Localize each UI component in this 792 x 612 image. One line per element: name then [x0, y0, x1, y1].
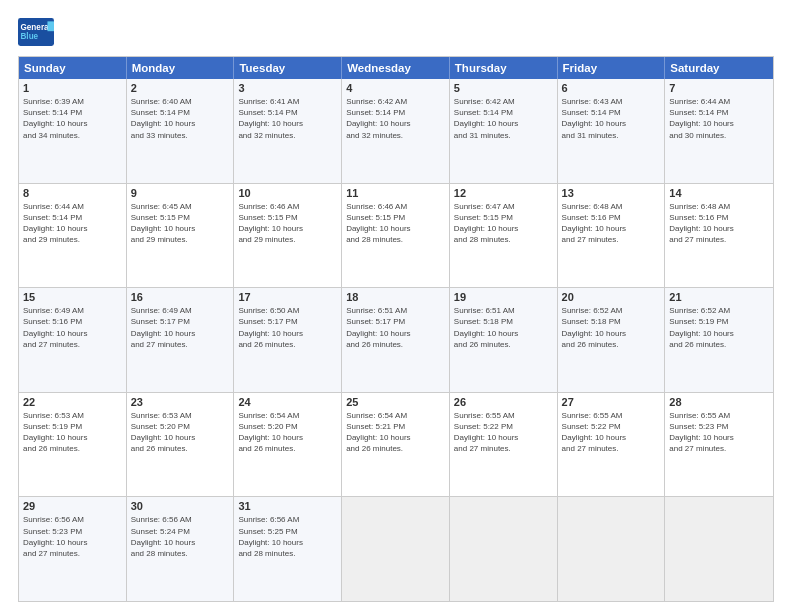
day-number: 5 [454, 82, 553, 94]
day-number: 22 [23, 396, 122, 408]
day-info: Sunrise: 6:43 AM Sunset: 5:14 PM Dayligh… [562, 96, 661, 141]
day-info: Sunrise: 6:56 AM Sunset: 5:23 PM Dayligh… [23, 514, 122, 559]
day-info: Sunrise: 6:51 AM Sunset: 5:18 PM Dayligh… [454, 305, 553, 350]
cal-cell: 12Sunrise: 6:47 AM Sunset: 5:15 PM Dayli… [450, 184, 558, 288]
cal-cell: 18Sunrise: 6:51 AM Sunset: 5:17 PM Dayli… [342, 288, 450, 392]
day-info: Sunrise: 6:53 AM Sunset: 5:19 PM Dayligh… [23, 410, 122, 455]
cal-week-2: 8Sunrise: 6:44 AM Sunset: 5:14 PM Daylig… [19, 183, 773, 288]
cal-week-1: 1Sunrise: 6:39 AM Sunset: 5:14 PM Daylig… [19, 79, 773, 183]
day-number: 20 [562, 291, 661, 303]
day-number: 14 [669, 187, 769, 199]
cal-cell: 3Sunrise: 6:41 AM Sunset: 5:14 PM Daylig… [234, 79, 342, 183]
cal-week-4: 22Sunrise: 6:53 AM Sunset: 5:19 PM Dayli… [19, 392, 773, 497]
day-number: 15 [23, 291, 122, 303]
day-number: 25 [346, 396, 445, 408]
cal-cell: 8Sunrise: 6:44 AM Sunset: 5:14 PM Daylig… [19, 184, 127, 288]
cal-cell: 28Sunrise: 6:55 AM Sunset: 5:23 PM Dayli… [665, 393, 773, 497]
cal-cell: 22Sunrise: 6:53 AM Sunset: 5:19 PM Dayli… [19, 393, 127, 497]
day-info: Sunrise: 6:48 AM Sunset: 5:16 PM Dayligh… [562, 201, 661, 246]
cal-cell: 14Sunrise: 6:48 AM Sunset: 5:16 PM Dayli… [665, 184, 773, 288]
day-number: 8 [23, 187, 122, 199]
cal-cell: 5Sunrise: 6:42 AM Sunset: 5:14 PM Daylig… [450, 79, 558, 183]
day-info: Sunrise: 6:46 AM Sunset: 5:15 PM Dayligh… [346, 201, 445, 246]
cal-cell: 13Sunrise: 6:48 AM Sunset: 5:16 PM Dayli… [558, 184, 666, 288]
cal-cell [665, 497, 773, 601]
day-info: Sunrise: 6:40 AM Sunset: 5:14 PM Dayligh… [131, 96, 230, 141]
day-info: Sunrise: 6:48 AM Sunset: 5:16 PM Dayligh… [669, 201, 769, 246]
day-info: Sunrise: 6:46 AM Sunset: 5:15 PM Dayligh… [238, 201, 337, 246]
day-number: 4 [346, 82, 445, 94]
day-number: 10 [238, 187, 337, 199]
calendar: SundayMondayTuesdayWednesdayThursdayFrid… [18, 56, 774, 602]
day-number: 11 [346, 187, 445, 199]
cal-cell: 11Sunrise: 6:46 AM Sunset: 5:15 PM Dayli… [342, 184, 450, 288]
cal-cell: 16Sunrise: 6:49 AM Sunset: 5:17 PM Dayli… [127, 288, 235, 392]
cal-cell [342, 497, 450, 601]
cal-cell: 26Sunrise: 6:55 AM Sunset: 5:22 PM Dayli… [450, 393, 558, 497]
cal-cell [450, 497, 558, 601]
day-number: 30 [131, 500, 230, 512]
header: General Blue [18, 18, 774, 46]
day-number: 26 [454, 396, 553, 408]
svg-text:General: General [20, 23, 50, 32]
day-number: 27 [562, 396, 661, 408]
cal-cell: 7Sunrise: 6:44 AM Sunset: 5:14 PM Daylig… [665, 79, 773, 183]
cal-cell: 21Sunrise: 6:52 AM Sunset: 5:19 PM Dayli… [665, 288, 773, 392]
cal-cell: 4Sunrise: 6:42 AM Sunset: 5:14 PM Daylig… [342, 79, 450, 183]
cal-cell: 23Sunrise: 6:53 AM Sunset: 5:20 PM Dayli… [127, 393, 235, 497]
day-info: Sunrise: 6:49 AM Sunset: 5:16 PM Dayligh… [23, 305, 122, 350]
cal-week-3: 15Sunrise: 6:49 AM Sunset: 5:16 PM Dayli… [19, 287, 773, 392]
day-info: Sunrise: 6:44 AM Sunset: 5:14 PM Dayligh… [23, 201, 122, 246]
day-info: Sunrise: 6:51 AM Sunset: 5:17 PM Dayligh… [346, 305, 445, 350]
day-info: Sunrise: 6:50 AM Sunset: 5:17 PM Dayligh… [238, 305, 337, 350]
day-number: 3 [238, 82, 337, 94]
day-number: 9 [131, 187, 230, 199]
cal-cell: 9Sunrise: 6:45 AM Sunset: 5:15 PM Daylig… [127, 184, 235, 288]
day-info: Sunrise: 6:47 AM Sunset: 5:15 PM Dayligh… [454, 201, 553, 246]
day-number: 31 [238, 500, 337, 512]
svg-marker-3 [47, 21, 54, 31]
day-info: Sunrise: 6:55 AM Sunset: 5:22 PM Dayligh… [454, 410, 553, 455]
cal-header-monday: Monday [127, 57, 235, 79]
cal-header-wednesday: Wednesday [342, 57, 450, 79]
day-info: Sunrise: 6:53 AM Sunset: 5:20 PM Dayligh… [131, 410, 230, 455]
day-info: Sunrise: 6:45 AM Sunset: 5:15 PM Dayligh… [131, 201, 230, 246]
logo: General Blue [18, 18, 54, 46]
cal-cell: 19Sunrise: 6:51 AM Sunset: 5:18 PM Dayli… [450, 288, 558, 392]
day-number: 18 [346, 291, 445, 303]
cal-header-saturday: Saturday [665, 57, 773, 79]
cal-cell: 24Sunrise: 6:54 AM Sunset: 5:20 PM Dayli… [234, 393, 342, 497]
day-number: 1 [23, 82, 122, 94]
day-info: Sunrise: 6:42 AM Sunset: 5:14 PM Dayligh… [346, 96, 445, 141]
day-info: Sunrise: 6:39 AM Sunset: 5:14 PM Dayligh… [23, 96, 122, 141]
cal-cell: 30Sunrise: 6:56 AM Sunset: 5:24 PM Dayli… [127, 497, 235, 601]
cal-cell: 10Sunrise: 6:46 AM Sunset: 5:15 PM Dayli… [234, 184, 342, 288]
day-info: Sunrise: 6:55 AM Sunset: 5:23 PM Dayligh… [669, 410, 769, 455]
day-info: Sunrise: 6:42 AM Sunset: 5:14 PM Dayligh… [454, 96, 553, 141]
cal-cell: 20Sunrise: 6:52 AM Sunset: 5:18 PM Dayli… [558, 288, 666, 392]
cal-header-tuesday: Tuesday [234, 57, 342, 79]
cal-week-5: 29Sunrise: 6:56 AM Sunset: 5:23 PM Dayli… [19, 496, 773, 601]
day-number: 7 [669, 82, 769, 94]
day-number: 29 [23, 500, 122, 512]
cal-header-sunday: Sunday [19, 57, 127, 79]
calendar-header: SundayMondayTuesdayWednesdayThursdayFrid… [19, 57, 773, 79]
svg-text:Blue: Blue [20, 32, 38, 41]
day-info: Sunrise: 6:52 AM Sunset: 5:18 PM Dayligh… [562, 305, 661, 350]
day-info: Sunrise: 6:54 AM Sunset: 5:21 PM Dayligh… [346, 410, 445, 455]
day-number: 12 [454, 187, 553, 199]
day-number: 24 [238, 396, 337, 408]
cal-cell: 31Sunrise: 6:56 AM Sunset: 5:25 PM Dayli… [234, 497, 342, 601]
cal-cell [558, 497, 666, 601]
day-number: 16 [131, 291, 230, 303]
calendar-body: 1Sunrise: 6:39 AM Sunset: 5:14 PM Daylig… [19, 79, 773, 601]
day-number: 19 [454, 291, 553, 303]
cal-cell: 17Sunrise: 6:50 AM Sunset: 5:17 PM Dayli… [234, 288, 342, 392]
cal-header-thursday: Thursday [450, 57, 558, 79]
generalblue-logo-icon: General Blue [18, 18, 54, 46]
cal-cell: 15Sunrise: 6:49 AM Sunset: 5:16 PM Dayli… [19, 288, 127, 392]
day-info: Sunrise: 6:56 AM Sunset: 5:24 PM Dayligh… [131, 514, 230, 559]
day-number: 28 [669, 396, 769, 408]
day-number: 17 [238, 291, 337, 303]
cal-header-friday: Friday [558, 57, 666, 79]
